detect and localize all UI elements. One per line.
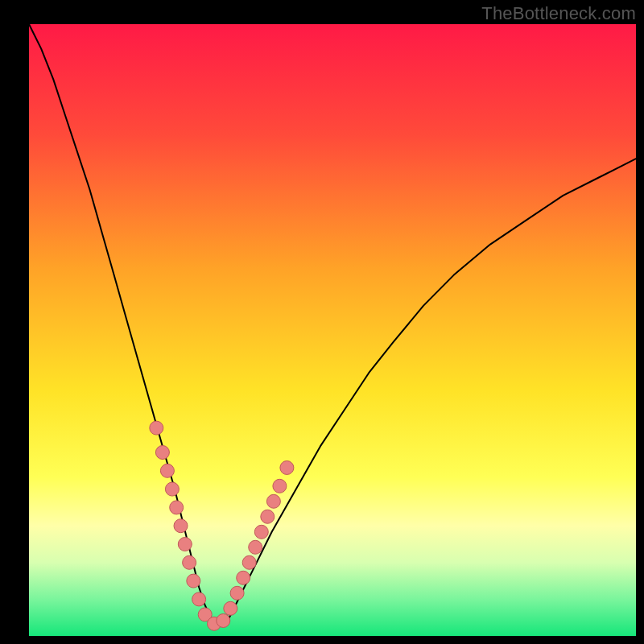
scatter-point — [150, 421, 163, 435]
scatter-point — [178, 538, 192, 551]
scatter-point — [230, 586, 244, 600]
scatter-point — [160, 464, 174, 477]
scatter-point — [249, 540, 262, 554]
scatter-point — [242, 555, 256, 569]
scatter-point — [273, 479, 287, 493]
scatter-point — [183, 555, 196, 569]
gradient-plot-area — [29, 24, 636, 636]
bottleneck-chart — [0, 0, 644, 644]
scatter-point — [217, 614, 230, 628]
scatter-point — [187, 574, 200, 588]
scatter-point — [170, 501, 184, 514]
scatter-point — [192, 592, 206, 606]
scatter-point — [165, 482, 179, 496]
scatter-point — [237, 571, 250, 584]
scatter-point — [254, 525, 268, 539]
scatter-point — [266, 494, 280, 508]
scatter-point — [280, 461, 294, 475]
chart-stage: TheBottleneck.com — [0, 0, 644, 644]
scatter-point — [261, 510, 275, 523]
watermark-text: TheBottleneck.com — [481, 3, 636, 24]
scatter-point — [224, 601, 237, 615]
scatter-point — [155, 446, 169, 460]
scatter-point — [174, 519, 188, 533]
